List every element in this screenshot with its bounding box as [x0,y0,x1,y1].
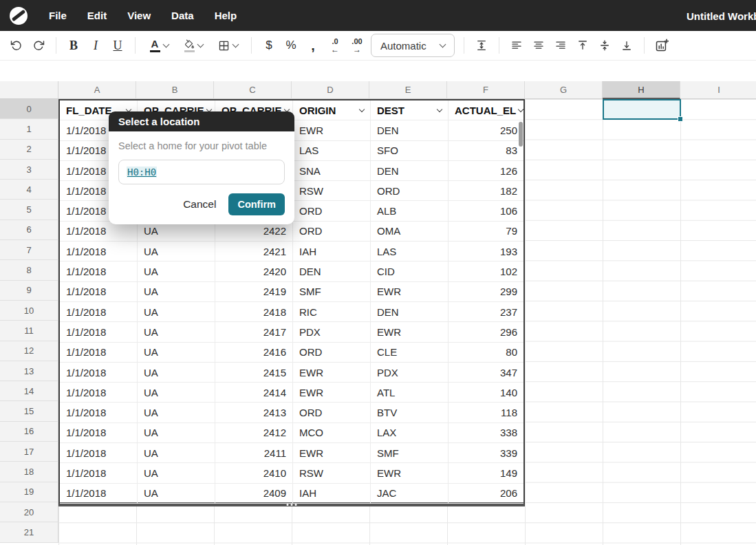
table-cell[interactable]: SNA [293,161,371,180]
table-cell[interactable]: UA [138,343,215,362]
row-header-15[interactable]: 15 [0,401,58,421]
row-header-19[interactable]: 19 [0,482,58,502]
confirm-button[interactable]: Confirm [228,193,285,215]
row-header-18[interactable]: 18 [0,462,58,482]
table-cell[interactable]: 182 [449,181,523,200]
table-cell[interactable]: 1/1/2018 [60,484,138,503]
table-cell[interactable]: DEN [371,161,449,180]
table-cell[interactable]: 1/1/2018 [60,383,138,402]
table-cell[interactable]: 193 [449,242,523,261]
table-cell[interactable]: PDX [371,363,449,382]
table-cell[interactable]: 126 [449,161,523,180]
table-cell[interactable]: 2419 [215,282,293,301]
bold-button[interactable]: B [63,34,85,56]
row-header-2[interactable]: 2 [0,140,58,160]
text-color-button[interactable]: A [142,34,176,56]
table-cell[interactable]: CLE [371,343,449,362]
insert-chart-button[interactable] [651,34,673,56]
column-header-A[interactable]: A [58,81,136,99]
table-scrollbar-thumb[interactable] [519,122,523,147]
valign-top-button[interactable] [572,34,594,56]
row-header-9[interactable]: 9 [0,281,58,301]
table-cell[interactable]: BTV [371,403,449,422]
table-cell[interactable]: UA [138,443,215,462]
menu-help[interactable]: Help [204,0,248,31]
cancel-button[interactable]: Cancel [183,198,216,211]
table-cell[interactable]: 2416 [215,343,293,362]
table-cell[interactable]: 338 [449,423,523,442]
table-cell[interactable]: IAH [293,242,371,261]
table-cell[interactable]: 2412 [215,423,293,442]
redo-button[interactable] [28,34,50,56]
table-cell[interactable]: 2415 [215,363,293,382]
table-column-header[interactable]: DEST [371,100,449,120]
column-header-C[interactable]: C [214,81,292,99]
table-cell[interactable]: UA [138,222,215,241]
table-cell[interactable]: PDX [293,322,371,341]
row-header-4[interactable]: 4 [0,180,58,200]
percent-format-button[interactable]: % [280,34,302,56]
align-left-button[interactable] [506,34,528,56]
row-header-14[interactable]: 14 [0,381,58,401]
table-cell[interactable]: MCO [293,423,371,442]
table-cell[interactable]: 1/1/2018 [60,423,138,442]
valign-middle-button[interactable] [594,34,616,56]
table-cell[interactable]: UA [138,282,215,301]
table-cell[interactable]: 80 [449,343,523,362]
row-header-21[interactable]: 21 [0,522,58,542]
table-cell[interactable]: ORD [293,343,371,362]
column-header-B[interactable]: B [136,81,214,99]
table-cell[interactable]: EWR [371,282,449,301]
table-cell[interactable]: RSW [293,463,371,482]
row-header-6[interactable]: 6 [0,220,58,240]
row-header-5[interactable]: 5 [0,200,58,220]
table-cell[interactable]: EWR [371,322,449,341]
table-cell[interactable]: SMF [371,443,449,462]
table-cell[interactable]: DEN [371,302,449,321]
table-cell[interactable]: LAX [371,423,449,442]
table-cell[interactable]: OMA [371,222,449,241]
table-cell[interactable]: RSW [293,181,371,200]
table-cell[interactable]: 250 [449,120,523,140]
table-cell[interactable]: 1/1/2018 [60,222,138,241]
table-cell[interactable]: 2413 [215,403,293,422]
table-cell[interactable]: 237 [449,302,523,321]
table-cell[interactable]: EWR [293,383,371,402]
table-cell[interactable]: SMF [293,282,371,301]
table-cell[interactable]: 106 [449,201,523,220]
table-cell[interactable]: UA [138,261,215,281]
table-cell[interactable]: ORD [293,222,371,241]
table-cell[interactable]: 347 [449,363,523,382]
decrease-decimals-button[interactable]: .0← [324,34,346,56]
increase-decimals-button[interactable]: .00→ [346,34,368,56]
table-cell[interactable]: 339 [449,443,523,462]
table-cell[interactable]: 1/1/2018 [60,282,138,301]
align-right-button[interactable] [550,34,572,56]
align-center-button[interactable] [528,34,550,56]
row-header-11[interactable]: 11 [0,321,58,341]
menu-view[interactable]: View [117,0,161,31]
menu-data[interactable]: Data [161,0,204,31]
row-header-16[interactable]: 16 [0,422,58,442]
chevron-down-icon[interactable] [437,106,442,111]
table-cell[interactable]: EWR [293,120,371,140]
select-all-corner[interactable] [0,81,58,99]
column-header-G[interactable]: G [525,81,603,99]
table-cell[interactable]: 1/1/2018 [60,343,138,362]
column-header-E[interactable]: E [369,81,447,99]
table-column-header[interactable]: ORIGIN [293,100,371,120]
fill-handle[interactable] [678,116,683,122]
row-header-0[interactable]: 0 [0,99,58,119]
row-header-1[interactable]: 1 [0,119,58,139]
wrap-text-button[interactable] [471,34,493,56]
undo-button[interactable] [6,34,28,56]
table-cell[interactable]: 1/1/2018 [60,363,138,382]
table-cell[interactable]: 2411 [215,443,293,462]
table-cell[interactable]: ORD [371,181,449,200]
table-cell[interactable]: UA [138,322,215,341]
location-input[interactable]: H0:H0 [118,160,285,184]
table-cell[interactable]: DEN [371,120,449,140]
table-cell[interactable]: 1/1/2018 [60,302,138,321]
row-header-3[interactable]: 3 [0,160,58,180]
valign-bottom-button[interactable] [616,34,638,56]
